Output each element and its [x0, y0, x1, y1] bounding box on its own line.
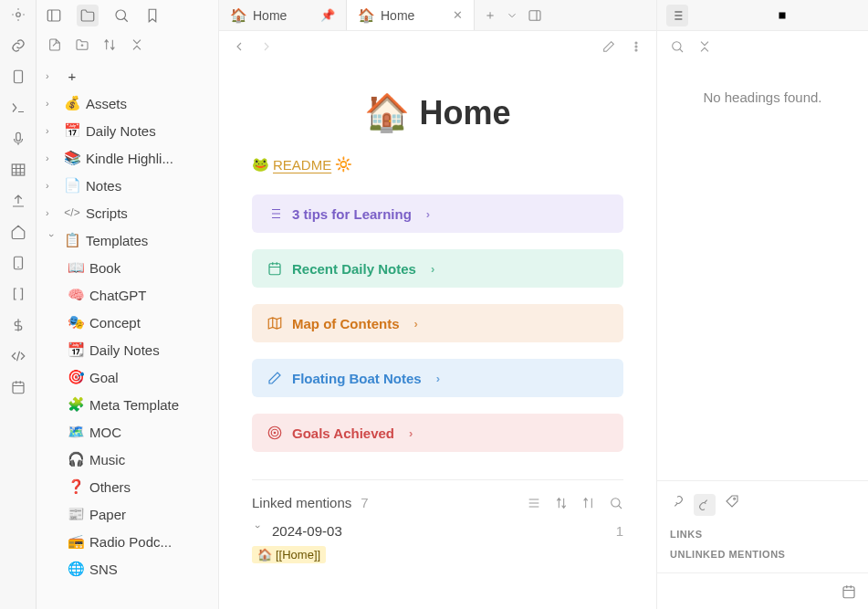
- callout-float[interactable]: Floating Boat Notes ›: [252, 359, 623, 397]
- pencil-icon: [267, 370, 283, 386]
- callout-goals[interactable]: Goals Achieved ›: [252, 414, 623, 452]
- rail-dollar-icon[interactable]: [9, 316, 27, 334]
- mention-chip[interactable]: 🏠 [[Home]]: [252, 546, 326, 563]
- readme-link[interactable]: README: [273, 157, 331, 173]
- edit-mode-icon[interactable]: [601, 39, 616, 54]
- tree-folder[interactable]: ›📄Notes: [42, 172, 213, 199]
- search-icon[interactable]: [113, 7, 130, 24]
- tree-file[interactable]: 🗺️MOC: [42, 418, 213, 446]
- mention-date-row[interactable]: › 2024-09-03 1: [252, 523, 623, 539]
- svg-point-14: [271, 429, 278, 436]
- tab-dropdown-icon[interactable]: [506, 9, 518, 22]
- sort-icon[interactable]: [102, 37, 117, 52]
- sort-icon[interactable]: [581, 496, 596, 510]
- tree-file[interactable]: 📻Radio Podc...: [42, 528, 213, 555]
- backlinks-panel: LINKS UNLINKED MENTIONS: [657, 480, 868, 572]
- rail-code-icon[interactable]: [9, 347, 27, 365]
- tree-file[interactable]: 📆Daily Notes: [42, 336, 213, 363]
- more-icon[interactable]: [629, 39, 643, 54]
- tab-bar-actions: ＋: [475, 0, 551, 30]
- backlink-icon[interactable]: [694, 494, 716, 516]
- tab-home-pinned[interactable]: 🏠 Home 📌: [219, 0, 347, 30]
- rail-table-icon[interactable]: [9, 161, 27, 179]
- editor-content[interactable]: 🏠 Home 🐸 README 🔆 3 tips for Learning › …: [219, 62, 656, 609]
- page-title: 🏠 Home: [252, 91, 623, 134]
- list-icon: [267, 205, 283, 222]
- nav-forward-icon[interactable]: [259, 39, 274, 54]
- outline-empty: No headings found.: [657, 62, 868, 480]
- outgoing-link-icon[interactable]: [670, 494, 685, 516]
- tree-file[interactable]: 🎧Music: [42, 446, 213, 473]
- rail-terminal-icon[interactable]: [9, 99, 27, 117]
- main-column: 🏠 Home 📌 🏠 Home ✕ ＋ 🏠: [219, 0, 656, 609]
- rail-bracket-icon[interactable]: [9, 285, 27, 303]
- tree-file[interactable]: 📖Book: [42, 254, 213, 281]
- linked-mentions: Linked mentions 7 › 2024-09-03 1: [252, 479, 623, 563]
- callout-moc[interactable]: Map of Contents ›: [252, 304, 623, 342]
- tree-file[interactable]: 🧠ChatGPT: [42, 281, 213, 309]
- new-tab-icon[interactable]: ＋: [484, 7, 497, 24]
- svg-point-7: [116, 10, 126, 20]
- panel-right-icon[interactable]: [528, 8, 542, 23]
- new-folder-icon[interactable]: [75, 37, 89, 52]
- search-icon[interactable]: [670, 39, 685, 54]
- svg-point-9: [635, 42, 637, 44]
- rail-home-icon[interactable]: [9, 223, 27, 241]
- callout-tips[interactable]: 3 tips for Learning ›: [252, 194, 623, 233]
- bookmark-icon[interactable]: [144, 7, 161, 24]
- window-close-icon[interactable]: [813, 10, 850, 21]
- collapse-icon[interactable]: [130, 37, 144, 52]
- tree-folder[interactable]: ›💰Assets: [42, 89, 213, 117]
- pin-icon[interactable]: 📌: [320, 8, 335, 22]
- svg-rect-1: [14, 70, 22, 83]
- callout-daily[interactable]: Recent Daily Notes ›: [252, 249, 623, 288]
- tree-file[interactable]: 🌐SNS: [42, 555, 213, 583]
- rail-mic-icon[interactable]: [9, 130, 27, 148]
- rail-tablet-icon[interactable]: [9, 254, 27, 272]
- svg-rect-3: [12, 164, 25, 175]
- search-icon[interactable]: [609, 496, 623, 510]
- title-text: Home: [419, 94, 510, 132]
- right-panel: No headings found. LINKS UNLINKED MENTIO…: [656, 0, 868, 609]
- tree-folder[interactable]: ›</>Scripts: [42, 199, 213, 226]
- panel-left-icon[interactable]: [46, 7, 62, 24]
- sidebar-top-strip: [37, 0, 218, 31]
- target-icon: [267, 425, 283, 441]
- close-icon[interactable]: ✕: [453, 8, 463, 22]
- tree-file[interactable]: 🧩Meta Template: [42, 391, 213, 418]
- new-note-icon[interactable]: [47, 37, 62, 52]
- left-icon-rail: [0, 0, 37, 609]
- tree-folder[interactable]: ›📚Kindle Highli...: [42, 144, 213, 172]
- rail-doc-icon[interactable]: [9, 68, 27, 86]
- editor-toolbar: [219, 31, 656, 62]
- outline-toggle-icon[interactable]: [666, 5, 688, 26]
- folder-icon[interactable]: [77, 5, 99, 26]
- svg-point-11: [635, 49, 637, 51]
- rail-upload-icon[interactable]: [9, 192, 27, 210]
- chevron-right-icon: ›: [431, 262, 434, 276]
- rail-calendar-icon[interactable]: [9, 378, 27, 396]
- window-maximize-icon[interactable]: [764, 10, 800, 21]
- rail-icon-1[interactable]: [9, 5, 27, 24]
- tree-folder-templates[interactable]: ›📋Templates: [42, 226, 213, 254]
- sort-arrows-icon[interactable]: [554, 496, 569, 510]
- readme-line: 🐸 README 🔆: [252, 156, 623, 173]
- tree-folder[interactable]: ›+: [42, 62, 213, 89]
- svg-rect-5: [13, 383, 24, 394]
- tab-home-active[interactable]: 🏠 Home ✕: [347, 0, 475, 30]
- window-minimize-icon[interactable]: [715, 10, 751, 21]
- list-view-icon[interactable]: [527, 496, 541, 510]
- calendar-footer-icon[interactable]: [841, 583, 857, 600]
- tree-file[interactable]: ❓Others: [42, 473, 213, 500]
- tree-folder[interactable]: ›📅Daily Notes: [42, 117, 213, 144]
- tree-file[interactable]: 📰Paper: [42, 500, 213, 528]
- collapse-icon[interactable]: [697, 39, 712, 54]
- tree-file[interactable]: 🎯Goal: [42, 363, 213, 391]
- tree-file[interactable]: 🎭Concept: [42, 309, 213, 336]
- svg-point-18: [673, 42, 681, 50]
- tag-icon[interactable]: [725, 494, 739, 516]
- nav-back-icon[interactable]: [232, 39, 246, 54]
- svg-point-19: [734, 498, 736, 499]
- rail-link-icon[interactable]: [9, 37, 27, 55]
- chevron-right-icon: ›: [426, 207, 430, 221]
